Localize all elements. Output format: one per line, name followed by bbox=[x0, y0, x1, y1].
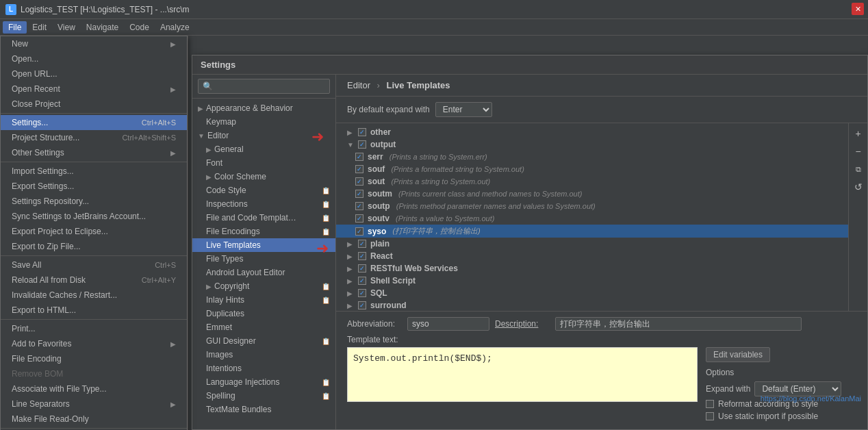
group-checkbox[interactable] bbox=[358, 140, 366, 149]
edit-variables-button[interactable]: Edit variables bbox=[706, 347, 770, 362]
item-checkbox[interactable] bbox=[355, 165, 363, 173]
item-checkbox[interactable] bbox=[355, 202, 363, 210]
item-checkbox[interactable] bbox=[355, 190, 363, 198]
tpl-soutv[interactable]: soutv (Prints a value to System.out) bbox=[336, 212, 848, 225]
menu-project-structure[interactable]: Project Structure... Ctrl+Alt+Shift+S bbox=[1, 130, 187, 145]
menu-other-settings[interactable]: Other Settings ▶ bbox=[1, 145, 187, 160]
tree-live-templates[interactable]: Live Templates bbox=[192, 238, 335, 252]
tree-language-injections[interactable]: Language Injections 📋 bbox=[192, 375, 335, 389]
menu-file[interactable]: File bbox=[3, 21, 27, 34]
tree-keymap[interactable]: Keymap bbox=[192, 115, 335, 129]
menu-new[interactable]: New ▶ bbox=[1, 36, 187, 51]
tree-file-encodings[interactable]: File Encodings 📋 bbox=[192, 225, 335, 238]
tree-textmate[interactable]: TextMate Bundles bbox=[192, 403, 335, 416]
menu-import-settings[interactable]: Import Settings... bbox=[1, 164, 187, 179]
tpl-soutp[interactable]: soutp (Prints method parameter names and… bbox=[336, 200, 848, 212]
menu-open[interactable]: Open... bbox=[1, 51, 187, 66]
add-button[interactable]: + bbox=[851, 126, 866, 141]
group-restful[interactable]: ▶ RESTful Web Services bbox=[336, 262, 848, 275]
tree-color-scheme[interactable]: ▶ Color Scheme bbox=[192, 170, 335, 184]
arrow-editor: ➜ bbox=[311, 128, 324, 146]
tree-file-types[interactable]: File Types bbox=[192, 252, 335, 266]
badge-icon: 📋 bbox=[322, 283, 330, 290]
menu-save-all[interactable]: Save All Ctrl+S bbox=[1, 257, 187, 273]
group-checkbox[interactable] bbox=[358, 264, 366, 273]
group-react[interactable]: ▶ React bbox=[336, 250, 848, 262]
menu-code[interactable]: Code bbox=[124, 21, 155, 34]
tree-code-style[interactable]: Code Style 📋 bbox=[192, 184, 335, 197]
menu-settings-repo[interactable]: Settings Repository... bbox=[1, 194, 187, 209]
static-import-checkbox[interactable] bbox=[706, 412, 714, 420]
expand-with-select[interactable]: Enter Tab Space bbox=[435, 102, 492, 117]
menu-navigate[interactable]: Navigate bbox=[81, 21, 124, 34]
template-code[interactable]: System.out.println($END$); bbox=[347, 347, 698, 402]
group-other[interactable]: ▶ other bbox=[336, 126, 848, 138]
group-shell[interactable]: ▶ Shell Script bbox=[336, 275, 848, 287]
group-checkbox[interactable] bbox=[358, 240, 366, 248]
tree-spelling[interactable]: Spelling 📋 bbox=[192, 389, 335, 403]
tree-inspections[interactable]: Inspections 📋 bbox=[192, 197, 335, 211]
right-toolbar: + − ⧉ ↺ bbox=[848, 123, 867, 311]
item-checkbox[interactable] bbox=[355, 214, 363, 223]
tree-appearance[interactable]: ▶ Appearance & Behavior bbox=[192, 101, 335, 115]
tree-emmet[interactable]: Emmet bbox=[192, 320, 335, 334]
reformat-checkbox[interactable] bbox=[706, 400, 714, 408]
tree-images[interactable]: Images bbox=[192, 348, 335, 362]
remove-button[interactable]: − bbox=[851, 144, 866, 159]
group-checkbox[interactable] bbox=[358, 301, 366, 309]
tpl-serr[interactable]: serr (Prints a string to System.err) bbox=[336, 151, 848, 163]
menu-open-recent[interactable]: Open Recent ▶ bbox=[1, 81, 187, 97]
item-checkbox[interactable] bbox=[355, 227, 363, 236]
tree-inlay-hints[interactable]: Inlay Hints 📋 bbox=[192, 293, 335, 307]
submenu-arrow: ▶ bbox=[170, 40, 176, 48]
tree-android-layout[interactable]: Android Layout Editor bbox=[192, 266, 335, 279]
tpl-sout[interactable]: sout (Prints a string to System.out) bbox=[336, 175, 848, 188]
group-checkbox[interactable] bbox=[358, 289, 366, 297]
tree-gui-designer[interactable]: GUI Designer 📋 bbox=[192, 334, 335, 348]
menu-export-settings[interactable]: Export Settings... bbox=[1, 179, 187, 194]
description-input[interactable] bbox=[555, 317, 802, 331]
menu-close-project[interactable]: Close Project bbox=[1, 97, 187, 112]
menu-make-readonly[interactable]: Make File Read-Only bbox=[1, 412, 187, 427]
tpl-soutm[interactable]: soutm (Prints current class and method n… bbox=[336, 188, 848, 200]
menu-file-encoding[interactable]: File Encoding bbox=[1, 351, 187, 366]
submenu-arrow: ▶ bbox=[170, 401, 176, 408]
group-sql[interactable]: ▶ SQL bbox=[336, 287, 848, 299]
tree-font[interactable]: Font bbox=[192, 156, 335, 170]
tpl-syso[interactable]: syso (打印字符串，控制台输出) bbox=[336, 225, 848, 238]
search-input[interactable] bbox=[198, 79, 330, 94]
menu-edit[interactable]: Edit bbox=[27, 21, 52, 34]
group-checkbox[interactable] bbox=[358, 277, 366, 285]
menu-export-eclipse[interactable]: Export Project to Eclipse... bbox=[1, 224, 187, 239]
group-surround[interactable]: ▶ surround bbox=[336, 299, 848, 311]
menu-open-url[interactable]: Open URL... bbox=[1, 66, 187, 81]
group-plain[interactable]: ▶ plain bbox=[336, 238, 848, 250]
tpl-souf[interactable]: souf (Prints a formatted string to Syste… bbox=[336, 163, 848, 175]
description-label: Description: bbox=[495, 319, 550, 329]
menu-invalidate[interactable]: Invalidate Caches / Restart... bbox=[1, 288, 187, 303]
menu-analyze[interactable]: Analyze bbox=[155, 21, 195, 34]
item-checkbox[interactable] bbox=[355, 177, 363, 186]
group-checkbox[interactable] bbox=[358, 128, 366, 136]
menu-print[interactable]: Print... bbox=[1, 321, 187, 336]
group-output[interactable]: ▼ output bbox=[336, 138, 848, 151]
group-checkbox[interactable] bbox=[358, 252, 366, 260]
menu-export-zip[interactable]: Export to Zip File... bbox=[1, 239, 187, 254]
menu-add-favorites[interactable]: Add to Favorites ▶ bbox=[1, 336, 187, 351]
tree-copyright[interactable]: ▶ Copyright 📋 bbox=[192, 279, 335, 293]
menu-export-html[interactable]: Export to HTML... bbox=[1, 303, 187, 318]
close-button[interactable]: ✕ bbox=[852, 3, 864, 15]
tree-intentions[interactable]: Intentions bbox=[192, 362, 335, 375]
menu-settings[interactable]: Settings... Ctrl+Alt+S bbox=[1, 115, 187, 130]
menu-line-separators[interactable]: Line Separators ▶ bbox=[1, 396, 187, 412]
tree-duplicates[interactable]: Duplicates bbox=[192, 307, 335, 320]
abbreviation-input[interactable] bbox=[407, 317, 489, 331]
menu-sync-settings[interactable]: Sync Settings to JetBrains Account... bbox=[1, 209, 187, 224]
reset-button[interactable]: ↺ bbox=[851, 179, 866, 194]
item-checkbox[interactable] bbox=[355, 153, 363, 161]
tree-file-code-template[interactable]: File and Code Templat… 📋 bbox=[192, 211, 335, 225]
copy-button[interactable]: ⧉ bbox=[851, 162, 866, 177]
menu-view[interactable]: View bbox=[52, 21, 81, 34]
menu-associate-file[interactable]: Associate with File Type... bbox=[1, 381, 187, 396]
menu-reload[interactable]: Reload All from Disk Ctrl+Alt+Y bbox=[1, 273, 187, 288]
